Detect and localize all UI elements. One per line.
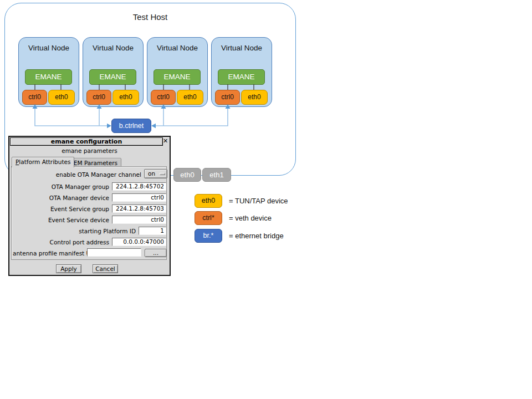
field-label-ota-channel: enable OTA Manager channel xyxy=(56,171,141,178)
option-menu-indicator xyxy=(160,173,165,175)
legend-row-tuntap: eth0 = TUN/TAP device xyxy=(195,194,288,208)
virtual-node-2: Virtual Node EMANE ctrl0 eth0 xyxy=(83,37,144,107)
ota-channel-dropdown[interactable]: on xyxy=(144,169,167,178)
apply-button[interactable]: Apply xyxy=(56,264,81,273)
ctrl0-box: ctrl0 xyxy=(22,90,47,105)
field-label-event-device: Event Service device xyxy=(48,216,109,224)
virtual-node-4: Virtual Node EMANE ctrl0 eth0 xyxy=(211,37,272,107)
emane-configuration-dialog: emane configuration ✕ emane parameters P… xyxy=(8,136,171,276)
dialog-title: emane configuration xyxy=(51,138,122,145)
legend-tuntap-box: eth0 xyxy=(195,194,222,208)
eth0-box: eth0 xyxy=(177,90,203,105)
virtual-node-title: Virtual Node xyxy=(147,44,207,52)
legend-bridge-desc: = ethernet bridge xyxy=(229,232,284,240)
control-port-input[interactable]: 0.0.0.0:47000 xyxy=(112,238,166,246)
antenna-uri-input[interactable] xyxy=(87,248,141,257)
field-label-event-group: Event Service group xyxy=(50,205,109,213)
virtual-node-title: Virtual Node xyxy=(83,44,143,52)
ota-channel-value: on xyxy=(148,170,155,178)
field-label-platform-id: starting Platform ID xyxy=(79,227,136,235)
field-label-antenna-uri: antenna profile manifest URI xyxy=(13,249,96,257)
field-label-control-port: Control port address xyxy=(50,238,109,246)
bridge-node: b.ctrlnet xyxy=(111,119,151,133)
emane-box: EMANE xyxy=(154,69,201,85)
dialog-subtitle: emane parameters xyxy=(9,147,170,154)
ctrl0-box: ctrl0 xyxy=(151,90,176,105)
tab-platform-attributes[interactable]: Platform Attributes xyxy=(12,157,74,167)
browse-button[interactable]: ... xyxy=(145,249,167,257)
field-label-ota-device: OTA Manager device xyxy=(49,194,109,202)
eth0-box: eth0 xyxy=(48,90,75,105)
platform-id-input[interactable]: 1 xyxy=(139,227,166,235)
ota-device-input[interactable]: ctrl0 xyxy=(112,193,166,202)
ctrl0-box: ctrl0 xyxy=(86,90,111,105)
emane-box: EMANE xyxy=(89,69,136,85)
legend-veth-desc: = veth device xyxy=(229,214,272,222)
legend-row-bridge: br.* = ethernet bridge xyxy=(195,229,284,243)
ctrl0-box: ctrl0 xyxy=(215,90,240,105)
virtual-node-3: Virtual Node EMANE ctrl0 eth0 xyxy=(147,37,208,107)
close-icon[interactable]: ✕ xyxy=(162,137,168,145)
ota-group-input[interactable]: 224.1.2.8:45702 xyxy=(112,182,166,191)
field-label-ota-group: OTA Manager group xyxy=(52,183,109,191)
emane-box: EMANE xyxy=(218,69,265,85)
legend-bridge-box: br.* xyxy=(195,229,222,243)
legend-veth-box: ctrl* xyxy=(195,211,222,225)
legend-tuntap-desc: = TUN/TAP device xyxy=(229,197,288,205)
event-device-input[interactable]: ctrl0 xyxy=(112,216,166,224)
event-group-input[interactable]: 224.1.2.8:45703 xyxy=(112,204,166,213)
dialog-titlebar[interactable]: emane configuration xyxy=(10,137,163,146)
cancel-button[interactable]: Cancel xyxy=(93,264,118,273)
eth0-box: eth0 xyxy=(112,90,139,105)
emane-box: EMANE xyxy=(25,69,72,85)
legend-row-veth: ctrl* = veth device xyxy=(195,211,272,225)
virtual-node-title: Virtual Node xyxy=(212,44,272,52)
canvas: Test Host Virtual Node EMANE ctrl0 eth0 … xyxy=(0,0,532,399)
host-title: Test Host xyxy=(5,12,295,22)
virtual-node-1: Virtual Node EMANE ctrl0 eth0 xyxy=(18,37,79,107)
host-interface-eth1: eth1 xyxy=(202,168,231,182)
eth0-box: eth0 xyxy=(241,90,268,105)
host-interface-eth0: eth0 xyxy=(173,168,201,182)
virtual-node-title: Virtual Node xyxy=(19,44,79,52)
